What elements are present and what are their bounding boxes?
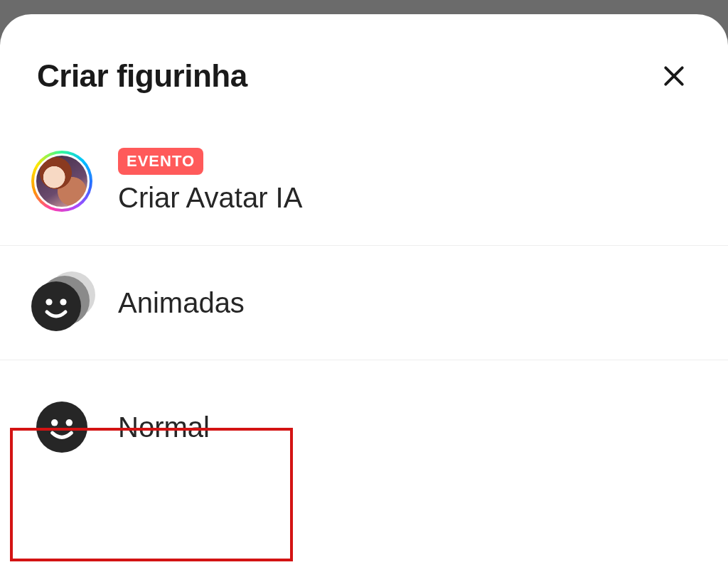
avatar-icon-slot xyxy=(31,151,92,212)
close-icon xyxy=(660,62,688,90)
svg-point-5 xyxy=(66,419,73,426)
normal-icon-slot xyxy=(31,402,92,453)
smiley-face-icon xyxy=(31,281,81,331)
option-label: Criar Avatar IA xyxy=(118,182,302,214)
option-label: Animadas xyxy=(118,287,245,319)
svg-point-0 xyxy=(31,281,81,331)
create-sticker-sheet: Criar figurinha EVENTO Criar Avatar IA xyxy=(0,14,728,582)
option-label: Normal xyxy=(118,411,210,443)
event-badge: EVENTO xyxy=(118,148,203,175)
svg-point-1 xyxy=(46,298,52,305)
svg-point-2 xyxy=(60,298,66,305)
animated-smiley-icon xyxy=(31,276,92,330)
sheet-title: Criar figurinha xyxy=(37,58,247,94)
option-animated[interactable]: Animadas xyxy=(0,246,728,360)
svg-point-4 xyxy=(51,419,58,426)
sheet-header: Criar figurinha xyxy=(0,14,728,108)
smiley-face-icon xyxy=(36,402,87,453)
option-create-ai-avatar[interactable]: EVENTO Criar Avatar IA xyxy=(0,108,728,246)
options-list: EVENTO Criar Avatar IA xyxy=(0,108,728,494)
animated-icon-slot xyxy=(31,276,92,330)
avatar-rainbow-ring-icon xyxy=(31,151,92,212)
option-text-group: Animadas xyxy=(118,287,245,319)
option-normal[interactable]: Normal xyxy=(0,360,728,494)
avatar-image-icon xyxy=(34,153,90,209)
svg-point-3 xyxy=(36,402,87,453)
option-text-group: Normal xyxy=(118,411,210,443)
close-button[interactable] xyxy=(657,59,691,93)
option-text-group: EVENTO Criar Avatar IA xyxy=(118,148,302,214)
